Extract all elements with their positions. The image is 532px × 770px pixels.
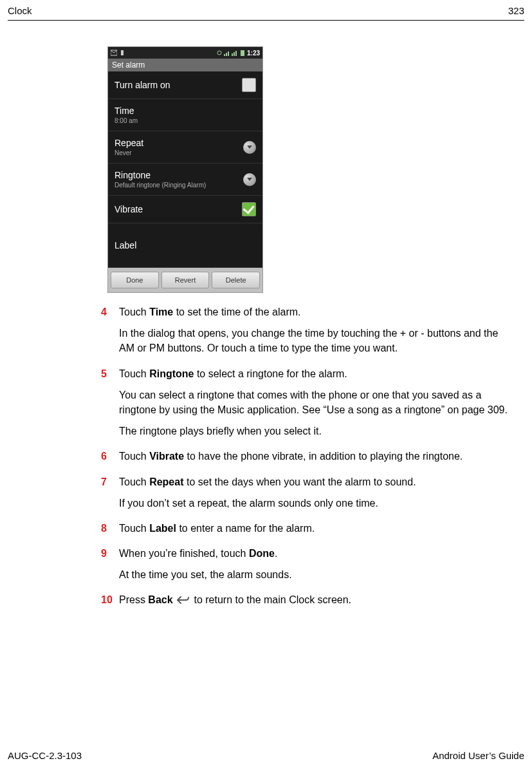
instruction-steps: 4 Touch Time to set the time of the alar… <box>101 305 511 615</box>
step-number: 7 <box>101 474 119 517</box>
step-text: Touch <box>119 451 149 462</box>
step-bold: Ringtone <box>149 368 194 379</box>
step-bold: Vibrate <box>149 451 184 462</box>
step-number: 4 <box>101 305 119 362</box>
step-text: to set the days when you want the alarm … <box>184 476 416 487</box>
row-repeat[interactable]: Repeat Never <box>108 131 262 164</box>
row-label: Time <box>115 106 138 116</box>
step-text: to have the phone vibrate, in addition t… <box>184 451 463 462</box>
checkbox-unchecked-icon[interactable] <box>242 78 256 92</box>
row-label-field[interactable]: Label <box>108 223 262 268</box>
step-7: 7 Touch Repeat to set the days when you … <box>101 474 511 517</box>
button-row: Done Revert Delete <box>108 268 262 292</box>
row-sublabel: Default ringtone (Ringing Alarm) <box>115 182 206 189</box>
step-bold: Back <box>148 594 172 605</box>
back-icon <box>177 594 190 608</box>
step-text: . <box>275 548 277 559</box>
network-icon <box>232 50 238 56</box>
page-number: 323 <box>508 5 524 16</box>
chevron-down-icon <box>243 173 256 186</box>
phone-screenshot: 1:23 Set alarm Turn alarm on Time 8:00 a… <box>107 46 263 293</box>
step-number: 10 <box>101 592 119 614</box>
row-label: Ringtone <box>115 170 206 180</box>
status-bar: 1:23 <box>108 47 262 59</box>
row-label: Vibrate <box>115 204 143 214</box>
done-button[interactable]: Done <box>111 272 159 288</box>
page-header: Clock 323 <box>8 5 524 21</box>
row-vibrate[interactable]: Vibrate <box>108 196 262 223</box>
step-bold: Time <box>149 306 173 317</box>
row-time[interactable]: Time 8:00 am <box>108 99 262 131</box>
step-number: 8 <box>101 521 119 542</box>
svg-rect-6 <box>232 53 233 56</box>
svg-rect-9 <box>241 50 244 56</box>
step-number: 9 <box>101 546 119 588</box>
step-bold: Done <box>249 548 275 559</box>
row-label: Turn alarm on <box>115 80 170 90</box>
step-10: 10 Press Back to return to the main Cloc… <box>101 592 511 614</box>
svg-rect-1 <box>121 50 124 55</box>
screen-title: Set alarm <box>108 59 262 71</box>
gps-icon <box>216 50 223 56</box>
svg-point-2 <box>217 51 221 55</box>
revert-button[interactable]: Revert <box>161 272 210 288</box>
row-ringtone[interactable]: Ringtone Default ringtone (Ringing Alarm… <box>108 164 262 196</box>
step-number: 6 <box>101 449 119 470</box>
mail-icon <box>111 50 117 56</box>
step-paragraph: In the dialog that opens, you change the… <box>119 326 511 355</box>
signal-icon <box>224 50 230 56</box>
step-9: 9 When you’re finished, touch Done. At t… <box>101 546 511 588</box>
step-5: 5 Touch Ringtone to select a ringtone fo… <box>101 366 511 446</box>
delete-button[interactable]: Delete <box>212 272 260 288</box>
step-bold: Label <box>149 523 176 534</box>
step-4: 4 Touch Time to set the time of the alar… <box>101 305 511 362</box>
status-time: 1:23 <box>247 50 260 57</box>
step-paragraph: The ringtone plays briefly when you sele… <box>119 424 511 438</box>
step-8: 8 Touch Label to enter a name for the al… <box>101 521 511 542</box>
svg-rect-7 <box>234 52 235 56</box>
svg-rect-4 <box>226 53 227 56</box>
step-text: When you’re finished, touch <box>119 548 249 559</box>
step-paragraph: You can select a ringtone that comes wit… <box>119 388 511 417</box>
row-turn-alarm-on[interactable]: Turn alarm on <box>108 71 262 99</box>
step-text: to select a ringtone for the alarm. <box>194 368 347 379</box>
svg-rect-3 <box>224 54 225 56</box>
svg-rect-8 <box>235 51 237 56</box>
step-paragraph: If you don’t set a repeat, the alarm sou… <box>119 496 511 511</box>
usb-icon <box>119 50 125 56</box>
step-text: Touch <box>119 523 149 534</box>
step-6: 6 Touch Vibrate to have the phone vibrat… <box>101 449 511 470</box>
footer-left: AUG-CC-2.3-103 <box>8 750 82 761</box>
step-number: 5 <box>101 366 119 446</box>
footer-right: Android User’s Guide <box>432 750 524 761</box>
step-text: to enter a name for the alarm. <box>176 523 315 534</box>
battery-icon <box>239 50 246 56</box>
row-label: Label <box>115 240 136 250</box>
step-text: to set the time of the alarm. <box>173 306 300 317</box>
step-paragraph: At the time you set, the alarm sounds. <box>119 567 511 582</box>
row-label: Repeat <box>115 138 143 148</box>
row-sublabel: 8:00 am <box>115 117 138 124</box>
step-text: Touch <box>119 368 149 379</box>
header-title: Clock <box>8 5 32 16</box>
step-text: Press <box>119 594 148 605</box>
step-text: Touch <box>119 476 149 487</box>
page-footer: AUG-CC-2.3-103 Android User’s Guide <box>8 750 524 761</box>
chevron-down-icon <box>243 141 256 154</box>
step-text: Touch <box>119 306 149 317</box>
step-text: to return to the main Clock screen. <box>194 594 352 605</box>
step-bold: Repeat <box>149 476 183 487</box>
svg-rect-5 <box>228 52 229 56</box>
checkbox-checked-icon[interactable] <box>242 202 256 216</box>
row-sublabel: Never <box>115 149 143 156</box>
